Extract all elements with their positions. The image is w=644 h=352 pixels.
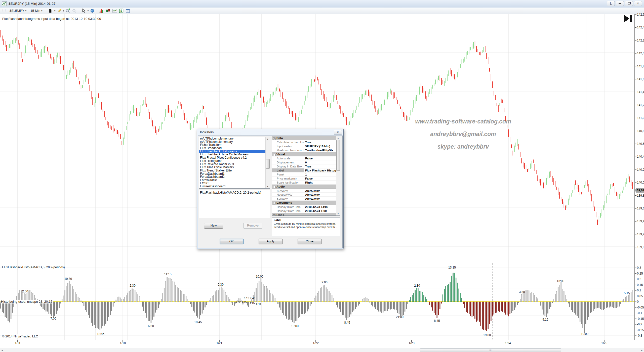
- hist-axis-label: -0,3: [637, 334, 642, 337]
- property-value[interactable]: Alert2.wav: [304, 197, 336, 201]
- histogram-peak-label: 5:15: [624, 291, 630, 295]
- property-value[interactable]: Alert2.wav: [304, 193, 336, 197]
- property-name: BuyWAV: [272, 189, 304, 193]
- property-name: Displacement: [272, 160, 304, 164]
- horizontal-scrollbar[interactable]: ◄ ► |||: [0, 348, 644, 352]
- property-value[interactable]: TwoHundredFiftySix: [304, 148, 336, 152]
- property-group-row[interactable]: −Audio: [272, 185, 336, 189]
- property-row[interactable]: Auto scaleFalse: [272, 156, 336, 160]
- property-row[interactable]: Input series$EURJPY (15 Min): [272, 144, 336, 148]
- last-price-marker: 139,88: [635, 188, 644, 193]
- property-value[interactable]: Right: [304, 181, 336, 185]
- grid-scrollbar[interactable]: ▲ ▼: [336, 136, 340, 215]
- property-value[interactable]: Alert2.wav: [304, 189, 336, 193]
- scroll-up-arrow-icon[interactable]: ▲: [266, 137, 270, 141]
- indicator-list-item[interactable]: Flux Histograms: [199, 159, 266, 163]
- scrollbar-thumb[interactable]: [336, 140, 340, 171]
- property-row[interactable]: Maximum bars look bacTwoHundredFiftySix: [272, 148, 336, 152]
- indicator-list-item[interactable]: Flux Time Cycle Markers: [199, 166, 266, 169]
- price-axis-label: 139,00: [637, 245, 644, 249]
- indicator-list-item[interactable]: ForexOracle: [199, 179, 266, 182]
- time-axis-label: 1/18: [120, 341, 126, 345]
- remove-button[interactable]: Remove: [243, 223, 262, 229]
- property-value[interactable]: 1: [304, 172, 336, 177]
- ok-button[interactable]: OK: [220, 239, 244, 244]
- scroll-down-arrow-icon[interactable]: ▼: [266, 185, 270, 188]
- histogram-peak-label: 18:45: [97, 332, 104, 336]
- indicator-list-item[interactable]: Flux Broadhead: [199, 147, 266, 150]
- property-value[interactable]: True: [304, 164, 336, 168]
- property-row[interactable]: BuyWAVAlert2.wav: [272, 189, 336, 193]
- price-axis-label: 141,40: [637, 90, 644, 94]
- time-axis-label: 1/21: [216, 341, 222, 345]
- hist-axis-label: 0: [637, 300, 639, 303]
- price-axis-label: 141,20: [637, 103, 644, 107]
- apply-button[interactable]: Apply: [259, 239, 283, 244]
- price-axis-label: 142,40: [637, 26, 644, 29]
- property-row[interactable]: Panel1: [272, 172, 336, 177]
- configured-indicators-list[interactable]: FluxFlashbackHisto(AMACD,5, 20 2-periods…: [199, 190, 270, 218]
- list-scrollbar[interactable]: ▲ ▼: [265, 137, 270, 188]
- close-button-dialog[interactable]: Close: [298, 239, 321, 244]
- property-group-row[interactable]: −Data: [272, 136, 336, 140]
- property-value[interactable]: 2010-12-24 1:00: [304, 209, 336, 213]
- scrollbar-thumb[interactable]: |||: [420, 348, 561, 352]
- property-row[interactable]: Display in Data BoxTrue: [272, 164, 336, 168]
- property-row[interactable]: Holiday2DateTime2010-12-24 1:00: [272, 209, 336, 213]
- collapse-icon[interactable]: −: [273, 186, 275, 188]
- price-axis-label: 142,00: [637, 52, 644, 55]
- dialog-close-button[interactable]: ×: [334, 130, 342, 135]
- property-value[interactable]: $EURJPY (15 Min): [304, 144, 336, 148]
- property-group-row[interactable]: −Visual: [272, 152, 336, 157]
- property-row[interactable]: Calculate on bar closeTrue: [272, 140, 336, 144]
- indicator-list-item[interactable]: FuturesDashboard: [199, 185, 266, 188]
- property-value[interactable]: 0: [304, 160, 336, 164]
- hist-axis-label: -0,25: [637, 328, 644, 332]
- description-title: Label: [274, 218, 339, 222]
- collapse-icon[interactable]: −: [273, 202, 275, 204]
- indicator-list-item[interactable]: Flux Fractal Pivot Confluence v4.2: [199, 156, 266, 159]
- property-row[interactable]: SellWAVAlert2.wav: [272, 197, 336, 201]
- indicator-list[interactable]: eVoTPhdcomplementaryeVoTPhtcomplementary…: [199, 137, 270, 189]
- dialog-title: Indicators: [200, 130, 214, 134]
- property-name: Holiday1DateTime: [272, 205, 304, 209]
- collapse-icon[interactable]: −: [273, 138, 275, 140]
- time-axis-label: 1/25: [601, 341, 607, 345]
- property-group-row[interactable]: −Exceptions: [272, 201, 336, 205]
- collapse-icon[interactable]: −: [273, 214, 275, 216]
- property-value[interactable]: 2010-12-23 14:00: [304, 205, 336, 209]
- price-axis-label: 141,80: [637, 65, 644, 68]
- property-value[interactable]: False: [304, 177, 336, 181]
- scroll-up-arrow-icon[interactable]: ▲: [336, 136, 340, 140]
- property-row[interactable]: Price marker(s)False: [272, 177, 336, 181]
- scroll-left-arrow-icon[interactable]: ◄: [0, 348, 4, 352]
- property-row[interactable]: Holiday1DateTime2010-12-23 14:00: [272, 205, 336, 209]
- property-name: Display in Data Box: [272, 164, 304, 168]
- indicator-list-item[interactable]: Flux Trend Stalker Elite: [199, 169, 266, 172]
- property-value[interactable]: True: [304, 140, 336, 144]
- dialog-body: eVoTPhdcomplementaryeVoTPhtcomplementary…: [198, 136, 343, 248]
- histogram-cluster-label: 5:00: [242, 300, 247, 303]
- indicator-list-item[interactable]: eVoTPhdcomplementary: [199, 137, 266, 140]
- hist-axis-label: -0,2: [637, 323, 642, 326]
- property-value[interactable]: False: [304, 156, 336, 160]
- scroll-right-arrow-icon[interactable]: ►: [640, 348, 644, 352]
- property-row[interactable]: Displacement0: [272, 160, 336, 164]
- configured-indicator-item[interactable]: FluxFlashbackHisto(AMACD,5, 20 2-periods…: [199, 190, 270, 194]
- new-button[interactable]: New: [204, 223, 223, 229]
- histogram-cluster-label: 8:45: [256, 302, 261, 305]
- scrollbar-thumb[interactable]: [266, 159, 270, 169]
- property-row[interactable]: Scale justificationRight: [272, 181, 336, 185]
- time-axis-label: 1/22: [313, 341, 318, 345]
- scroll-down-arrow-icon[interactable]: ▼: [336, 212, 340, 215]
- indicators-dialog: Indicators × eVoTPhdcomplementaryeVoTPht…: [197, 129, 344, 249]
- property-grid[interactable]: −DataCalculate on bar closeTrueInput ser…: [272, 136, 340, 216]
- property-value[interactable]: Flux Flashback Histogr: [304, 168, 336, 172]
- property-row[interactable]: LabelFlux Flashback Histogr: [272, 168, 336, 172]
- collapse-icon[interactable]: −: [273, 154, 275, 156]
- property-group-row[interactable]: −Lines: [272, 213, 336, 216]
- indicator-notice: FluxFlashbackHistograms input data began…: [2, 17, 101, 21]
- property-row[interactable]: NeutralWAVAlert2.wav: [272, 193, 336, 197]
- histogram-peak-label: 8:45: [434, 319, 440, 323]
- property-name: NeutralWAV: [272, 193, 304, 197]
